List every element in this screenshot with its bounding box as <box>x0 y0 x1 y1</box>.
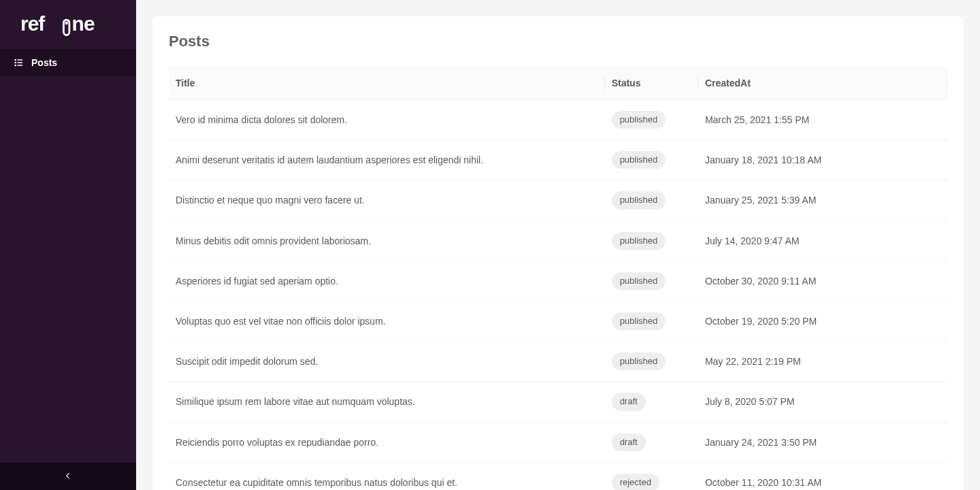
cell-title: Distinctio et neque quo magni vero facer… <box>169 180 605 220</box>
status-badge: published <box>612 272 666 290</box>
table-row[interactable]: Consectetur ea cupiditate omnis temporib… <box>169 462 947 490</box>
cell-status: published <box>605 261 698 301</box>
cell-createdat: October 30, 2020 9:11 AM <box>698 261 947 301</box>
cell-title: Asperiores id fugiat sed aperiam optio. <box>169 261 605 301</box>
table-row[interactable]: Vero id minima dicta dolores sit dolorem… <box>169 100 947 140</box>
svg-point-8 <box>14 65 16 67</box>
cell-title: Consectetur ea cupiditate omnis temporib… <box>169 462 605 490</box>
svg-rect-7 <box>17 62 22 63</box>
status-badge: published <box>612 232 666 250</box>
cell-title: Suscipit odit impedit dolorum sed. <box>169 342 605 382</box>
status-badge: published <box>612 191 666 209</box>
table-header-row: Title Status CreatedAt <box>169 67 947 100</box>
sidebar: ref ne Posts <box>0 0 136 490</box>
cell-title: Reiciendis porro voluptas ex repudiandae… <box>169 422 605 462</box>
status-badge: published <box>612 111 666 129</box>
main-content: Posts Title Status CreatedAt Vero id min… <box>136 0 980 490</box>
cell-status: draft <box>605 382 698 422</box>
svg-rect-9 <box>17 65 22 65</box>
status-badge: draft <box>612 434 646 451</box>
list-icon <box>14 57 24 68</box>
posts-card: Posts Title Status CreatedAt Vero id min… <box>152 16 964 490</box>
collapse-sidebar-button[interactable] <box>0 463 136 490</box>
cell-status: published <box>605 140 698 180</box>
cell-title: Voluptas quo est vel vitae non officiis … <box>169 301 605 341</box>
cell-title: Similique ipsum rem labore vitae aut num… <box>169 382 605 422</box>
status-badge: published <box>612 353 666 370</box>
svg-text:ne: ne <box>72 12 95 35</box>
status-badge: draft <box>612 393 646 410</box>
cell-status: draft <box>605 422 698 462</box>
cell-status: published <box>605 301 698 341</box>
status-badge: rejected <box>612 474 659 490</box>
svg-point-4 <box>14 59 16 61</box>
table-row[interactable]: Animi deserunt veritatis id autem laudan… <box>169 140 947 180</box>
cell-createdat: January 25, 2021 5:39 AM <box>698 180 947 220</box>
column-header-title[interactable]: Title <box>169 67 605 100</box>
cell-status: published <box>605 100 698 140</box>
table-row[interactable]: Voluptas quo est vel vitae non officiis … <box>169 301 947 341</box>
sidebar-item-posts[interactable]: Posts <box>0 49 136 76</box>
column-header-createdat[interactable]: CreatedAt <box>698 67 947 100</box>
table-row[interactable]: Similique ipsum rem labore vitae aut num… <box>169 382 947 422</box>
cell-status: published <box>605 220 698 261</box>
table-row[interactable]: Minus debitis odit omnis provident labor… <box>169 220 947 261</box>
column-header-status[interactable]: Status <box>605 67 698 100</box>
table-row[interactable]: Reiciendis porro voluptas ex repudiandae… <box>169 422 947 462</box>
svg-point-6 <box>14 62 16 64</box>
cell-status: published <box>605 180 698 220</box>
chevron-left-icon <box>63 471 73 483</box>
cell-createdat: October 19, 2020 5:20 PM <box>698 301 947 341</box>
cell-createdat: January 18, 2021 10:18 AM <box>698 140 947 180</box>
sidebar-item-label: Posts <box>31 57 57 68</box>
cell-title: Vero id minima dicta dolores sit dolorem… <box>169 100 605 140</box>
cell-createdat: March 25, 2021 1:55 PM <box>698 100 947 140</box>
table-row[interactable]: Distinctio et neque quo magni vero facer… <box>169 180 947 220</box>
posts-table: Title Status CreatedAt Vero id minima di… <box>169 67 947 490</box>
cell-title: Minus debitis odit omnis provident labor… <box>169 220 605 261</box>
cell-status: published <box>605 342 698 382</box>
cell-title: Animi deserunt veritatis id autem laudan… <box>169 140 605 180</box>
cell-createdat: July 8, 2020 5:07 PM <box>698 382 947 422</box>
table-row[interactable]: Suscipit odit impedit dolorum sed.publis… <box>169 342 947 382</box>
svg-rect-5 <box>17 59 22 60</box>
svg-text:ref: ref <box>20 12 45 35</box>
cell-status: rejected <box>605 462 698 490</box>
cell-createdat: January 24, 2021 3:50 PM <box>698 422 947 462</box>
status-badge: published <box>612 312 666 330</box>
status-badge: published <box>612 151 666 169</box>
cell-createdat: July 14, 2020 9:47 AM <box>698 220 947 261</box>
sidebar-nav: Posts <box>0 49 136 463</box>
cell-createdat: May 22, 2021 2:19 PM <box>698 342 947 382</box>
page-title: Posts <box>169 33 947 50</box>
table-row[interactable]: Asperiores id fugiat sed aperiam optio.p… <box>169 261 947 301</box>
svg-point-2 <box>65 22 68 25</box>
brand-logo: ref ne <box>0 0 136 49</box>
cell-createdat: October 11, 2020 10:31 AM <box>698 462 947 490</box>
